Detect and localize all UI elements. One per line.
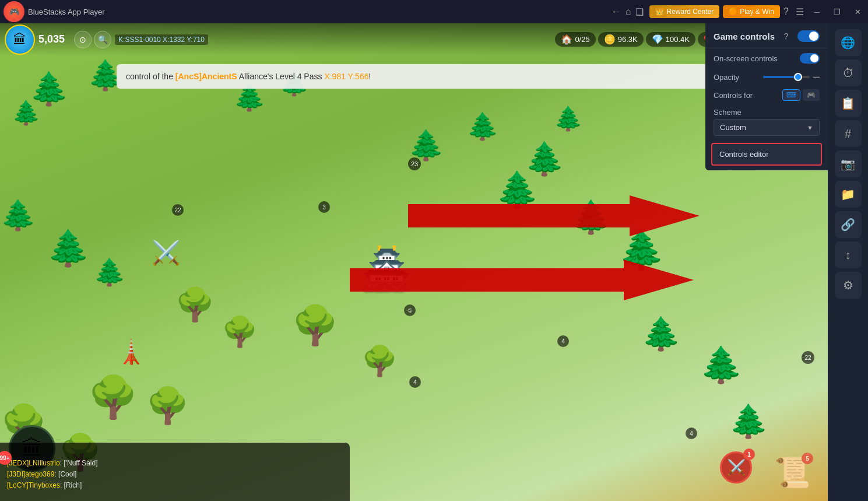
house-icon: 🏠 (561, 34, 572, 45)
bush-3: 🌳 (291, 303, 339, 348)
coin-icon: 🪙 (604, 34, 616, 45)
controls-panel: Game controls ? On-screen controls Opaci… (705, 23, 828, 170)
opacity-row: Opacity ─ (705, 68, 828, 86)
right-sidebar: 🌐 ⏱ 📋 # 📷 📁 🔗 ↕ ⚙ (828, 23, 868, 501)
tree-12: 🌲 (93, 257, 126, 288)
scheme-dropdown[interactable]: Custom ▼ (714, 119, 820, 136)
mail-icon[interactable]: 📜 5 (774, 456, 810, 489)
app-title: BlueStacks App Player (28, 8, 612, 16)
dropdown-arrow-icon: ▼ (807, 124, 813, 131)
close-button[interactable]: ✕ (848, 5, 868, 19)
sidebar-btn-1[interactable]: 🌐 (835, 29, 862, 56)
sidebar-btn-9[interactable]: ⚙ (835, 272, 862, 299)
nav-search-icon[interactable]: 🔍 (94, 31, 111, 48)
hud-coordinates: K:SSS1-0010 X:1332 Y:710 (115, 34, 208, 45)
keyboard-icon[interactable]: ⌨ (782, 89, 800, 101)
chat-panel[interactable]: 99+ [JEDX]LNIllustrio: ['Nuff Said] [J3D… (0, 443, 350, 501)
on-screen-label: On-screen controls (714, 54, 778, 63)
tree-9: 🌲 (554, 105, 583, 132)
label-22-left: 22 (172, 204, 184, 216)
game-controls-toggle[interactable] (797, 30, 820, 42)
opacity-slider-thumb[interactable] (794, 73, 802, 81)
controls-for-label: Controls for (714, 91, 753, 100)
tree-18: 🌲 (729, 402, 769, 440)
reward-center-button[interactable]: 👑 Reward Center (649, 5, 719, 18)
controls-editor-button[interactable]: Controls editor (711, 143, 822, 166)
panel-header: Game controls ? (705, 23, 828, 48)
label-1: ① (404, 304, 416, 316)
window-controls: ─ ❐ ✕ (807, 5, 868, 19)
game-area[interactable]: 🏛 5,035 ⊙ 🔍 K:SSS1-0010 X:1332 Y:710 🏠 0… (0, 23, 828, 501)
diamond-icon: 💎 (652, 34, 663, 45)
back-icon[interactable]: ← (612, 6, 621, 17)
sidebar-btn-6[interactable]: 📁 (835, 181, 862, 208)
label-3: 3 (318, 201, 330, 213)
tree-2: 🌲 (12, 99, 41, 127)
crown-icon: 👑 (655, 8, 664, 16)
tree-7: 🌲 (466, 111, 499, 142)
coin-resource: 🪙 96.3K (598, 32, 644, 47)
diamond-resource: 💎 100.4K (646, 32, 695, 47)
nav-icons: ← ⌂ ❑ (612, 6, 644, 17)
menu-button[interactable]: ☰ (792, 5, 807, 19)
mail-badge: 5 (802, 453, 813, 464)
on-screen-toggle[interactable] (800, 53, 820, 64)
opacity-label: Opacity (714, 73, 739, 82)
minimize-button[interactable]: ─ (807, 5, 827, 19)
app-logo: 🎮 (3, 1, 24, 22)
sidebar-btn-7[interactable]: 🔗 (835, 211, 862, 238)
play-win-button[interactable]: 🟠 Play & Win (723, 5, 780, 18)
bush-6: 🌳 (146, 385, 189, 426)
arrow-1 (408, 192, 700, 239)
tree-11: 🌲 (47, 227, 90, 269)
bush-2: 🌳 (222, 315, 258, 349)
arrow-2 (350, 257, 694, 303)
restore-button[interactable]: ❐ (827, 5, 848, 19)
troop-group: ⚔️ (152, 239, 181, 267)
opacity-minus-icon[interactable]: ─ (813, 72, 820, 82)
sidebar-btn-2[interactable]: ⏱ (835, 59, 862, 86)
game-hud: 🏛 5,035 ⊙ 🔍 K:SSS1-0010 X:1332 Y:710 🏠 0… (0, 23, 828, 55)
opacity-slider-container: ─ (763, 72, 820, 82)
tower: 🗼 (117, 338, 146, 366)
controls-for-icons: ⌨ 🎮 (782, 89, 820, 101)
sword-badge: 1 (743, 449, 755, 460)
label-4: 4 (557, 335, 569, 347)
nav-up-icon[interactable]: ⊙ (74, 31, 92, 48)
gamepad-icon[interactable]: 🎮 (803, 89, 820, 101)
orange-icon: 🟠 (729, 8, 737, 16)
panel-help-icon[interactable]: ? (784, 31, 789, 41)
sidebar-btn-8[interactable]: ↕ (835, 241, 862, 268)
home-icon[interactable]: ⌂ (625, 6, 631, 17)
bush-1: 🌳 (175, 286, 215, 324)
scheme-label: Scheme (714, 108, 820, 117)
panel-title: Game controls (714, 31, 775, 41)
chat-msg-2: [J3DI]atego369: [Cool] (7, 469, 343, 480)
hud-nav: ⊙ 🔍 (74, 31, 111, 48)
alliance-name: [AncS]AncientS (175, 72, 237, 81)
house-resource: 🏠 0/25 (555, 32, 595, 47)
player-avatar: 🏛 (5, 24, 35, 55)
bush-5: 🌳 (87, 373, 138, 421)
opacity-slider[interactable] (763, 76, 810, 78)
sidebar-btn-3[interactable]: 📋 (835, 90, 862, 117)
sidebar-btn-4[interactable]: # (835, 120, 862, 147)
on-screen-controls-row: On-screen controls (705, 48, 828, 68)
chat-messages: [JEDX]LNIllustrio: ['Nuff Said] [J3DI]at… (7, 458, 343, 492)
chat-coords[interactable]: X:981 Y:566 (324, 72, 368, 81)
scheme-row: Scheme Custom ▼ (705, 104, 828, 139)
layers-icon[interactable]: ❑ (635, 6, 644, 17)
tree-16: 🌲 (641, 315, 681, 353)
titlebar: 🎮 BlueStacks App Player ← ⌂ ❑ 👑 Reward C… (0, 0, 868, 23)
svg-marker-1 (350, 260, 694, 300)
scheme-value: Custom (720, 123, 746, 132)
help-button[interactable]: ? (780, 5, 792, 18)
sidebar-btn-5[interactable]: 📷 (835, 150, 862, 177)
player-score: 5,035 (38, 33, 65, 45)
label-4b: 4 (409, 376, 421, 388)
chat-banner: control of the [AncS]AncientS Alliance's… (117, 64, 758, 89)
controls-for-row: Controls for ⌨ 🎮 (705, 86, 828, 104)
label-22-right: 22 (802, 351, 814, 364)
battle-icon[interactable]: ⚔️ 1 (720, 451, 752, 484)
bush-4: 🌳 (361, 344, 398, 378)
